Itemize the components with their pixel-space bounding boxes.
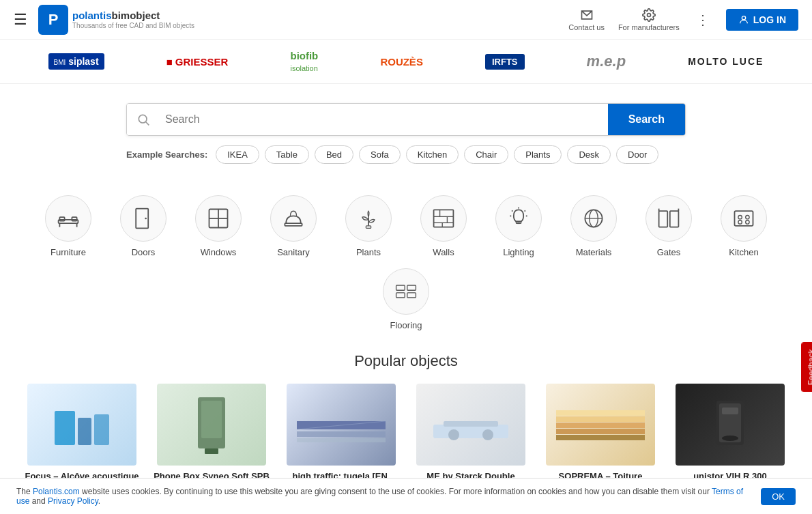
category-doors[interactable]: Doors bbox=[106, 188, 181, 261]
svg-rect-62 bbox=[556, 416, 645, 422]
logo[interactable]: P polantisbimobject Thousands of free CA… bbox=[38, 5, 194, 35]
tag-plants[interactable]: Plants bbox=[514, 145, 562, 164]
svg-rect-32 bbox=[659, 211, 668, 227]
me-graphic bbox=[423, 397, 519, 452]
svg-rect-63 bbox=[556, 410, 645, 416]
product-unistor-image bbox=[676, 384, 785, 466]
moltoluce-logo-text: MOLTO LUCE bbox=[688, 56, 764, 67]
tag-ikea[interactable]: IKEA bbox=[216, 145, 259, 164]
category-furniture[interactable]: Furniture bbox=[31, 188, 106, 261]
flooring-icon-circle bbox=[383, 268, 429, 315]
svg-point-2 bbox=[139, 115, 147, 123]
cookie-text-end: . bbox=[98, 496, 100, 501]
kitchen-icon-circle bbox=[721, 195, 767, 242]
gear-icon bbox=[642, 8, 656, 22]
category-kitchen[interactable]: Kitchen bbox=[706, 188, 781, 261]
product-soprema-image bbox=[546, 384, 655, 466]
logo-subtitle: Thousands of free CAD and BIM objects bbox=[72, 22, 194, 29]
flooring-label: Flooring bbox=[390, 320, 422, 330]
category-materials[interactable]: Materials bbox=[556, 188, 631, 261]
hamburger-menu-icon[interactable]: ☰ bbox=[14, 11, 27, 29]
product-phonebox-image bbox=[157, 384, 266, 466]
svg-rect-15 bbox=[366, 226, 371, 229]
svg-rect-41 bbox=[396, 285, 405, 290]
unistor-graphic bbox=[703, 390, 757, 459]
svg-point-57 bbox=[448, 429, 459, 440]
product-traffic-image bbox=[287, 384, 396, 466]
svg-rect-36 bbox=[735, 211, 753, 226]
category-lighting[interactable]: Lighting bbox=[481, 188, 556, 261]
contact-label: Contact us bbox=[568, 23, 605, 31]
svg-line-28 bbox=[525, 210, 525, 211]
partner-biofib[interactable]: biofibisolation bbox=[290, 49, 318, 74]
windows-label: Windows bbox=[201, 247, 237, 257]
flooring-icon bbox=[394, 279, 418, 304]
furniture-label: Furniture bbox=[50, 247, 86, 257]
search-box: Search bbox=[126, 103, 686, 136]
manufacturers-nav-item[interactable]: For manufacturers bbox=[618, 8, 680, 31]
category-flooring[interactable]: Flooring bbox=[368, 261, 444, 334]
plants-icon bbox=[356, 206, 381, 231]
partner-mep[interactable]: m.e.p bbox=[587, 49, 626, 74]
search-button[interactable]: Search bbox=[608, 104, 685, 135]
lighting-icon-circle bbox=[495, 195, 542, 242]
svg-rect-53 bbox=[297, 438, 386, 442]
svg-point-1 bbox=[742, 16, 745, 19]
partner-griesser[interactable]: ■ GRIESSER bbox=[166, 49, 229, 74]
partner-rouzes[interactable]: ROUZÈS bbox=[380, 49, 423, 74]
tag-chair[interactable]: Chair bbox=[464, 145, 508, 164]
tag-door[interactable]: Door bbox=[616, 145, 658, 164]
example-searches: Example Searches: IKEA Table Bed Sofa Ki… bbox=[126, 145, 686, 164]
materials-icon-circle bbox=[570, 195, 617, 242]
tag-desk[interactable]: Desk bbox=[567, 145, 611, 164]
category-walls[interactable]: Walls bbox=[406, 188, 481, 261]
sanitary-label: Sanitary bbox=[277, 247, 310, 257]
search-icon-wrap bbox=[127, 104, 160, 135]
tag-kitchen[interactable]: Kitchen bbox=[406, 145, 459, 164]
griesser-logo-text: ■ GRIESSER bbox=[166, 56, 229, 68]
cookie-bar: The Polantis.com website uses cookies. B… bbox=[0, 478, 812, 501]
feedback-tab[interactable]: Feedback bbox=[802, 343, 812, 392]
category-windows[interactable]: Windows bbox=[181, 188, 256, 261]
sanitary-icon bbox=[281, 206, 306, 231]
popular-title: Popular objects bbox=[20, 352, 792, 370]
biofib-logo-text: biofibisolation bbox=[290, 50, 318, 73]
login-button[interactable]: LOG IN bbox=[726, 9, 798, 31]
cookie-ok-button[interactable]: OK bbox=[761, 488, 796, 501]
category-sanitary[interactable]: Sanitary bbox=[256, 188, 331, 261]
more-options-button[interactable]: ⋮ bbox=[693, 12, 712, 28]
walls-icon bbox=[431, 206, 456, 231]
doors-icon bbox=[131, 206, 156, 231]
svg-rect-59 bbox=[556, 435, 645, 440]
category-gates[interactable]: Gates bbox=[631, 188, 706, 261]
gates-label: Gates bbox=[657, 247, 681, 257]
alcove-graphic bbox=[48, 397, 116, 452]
partner-irfts[interactable]: IRFTS bbox=[485, 49, 525, 74]
kitchen-label: Kitchen bbox=[729, 247, 758, 257]
tag-bed[interactable]: Bed bbox=[315, 145, 353, 164]
privacy-link[interactable]: Privacy Policy bbox=[48, 496, 98, 501]
tag-table[interactable]: Table bbox=[265, 145, 309, 164]
svg-rect-50 bbox=[205, 448, 218, 454]
plants-icon-circle bbox=[345, 195, 392, 242]
category-plants[interactable]: Plants bbox=[331, 188, 406, 261]
svg-rect-42 bbox=[407, 285, 416, 290]
svg-rect-60 bbox=[556, 429, 645, 434]
partner-siplast[interactable]: BMI siplast bbox=[48, 49, 104, 74]
contact-nav-item[interactable]: Contact us bbox=[568, 8, 605, 31]
kitchen-icon bbox=[731, 206, 756, 231]
partners-bar: BMI siplast ■ GRIESSER biofibisolation R… bbox=[0, 40, 812, 84]
partner-moltoluce[interactable]: MOLTO LUCE bbox=[688, 49, 764, 74]
tag-sofa[interactable]: Sofa bbox=[359, 145, 401, 164]
svg-rect-16 bbox=[434, 210, 454, 227]
materials-label: Materials bbox=[576, 247, 612, 257]
polantis-link[interactable]: Polantis.com bbox=[33, 487, 80, 496]
search-input[interactable] bbox=[160, 104, 608, 135]
rouzes-logo-text: ROUZÈS bbox=[380, 56, 423, 68]
user-icon bbox=[738, 14, 749, 25]
soprema-graphic bbox=[553, 397, 648, 452]
header-nav: Contact us For manufacturers ⋮ LOG IN bbox=[568, 8, 798, 31]
windows-icon bbox=[206, 206, 231, 231]
svg-rect-47 bbox=[94, 414, 109, 445]
cookie-text: The Polantis.com website uses cookies. B… bbox=[16, 487, 747, 501]
